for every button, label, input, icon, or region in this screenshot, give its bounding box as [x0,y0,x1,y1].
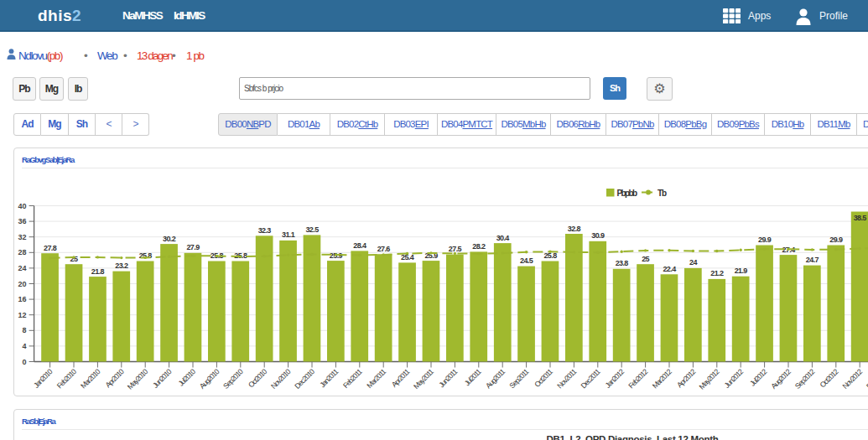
svg-text:30.4: 30.4 [496,234,510,242]
svg-text:Sep2012: Sep2012 [793,367,817,391]
svg-text:May2010: May2010 [126,367,149,391]
svg-text:Mar2012: Mar2012 [651,367,673,390]
svg-text:21.9: 21.9 [735,267,748,275]
svg-text:Apr2010: Apr2010 [104,367,126,389]
svg-text:Oct2012: Oct2012 [819,367,840,389]
svg-text:Jan2011: Jan2011 [318,367,340,389]
svg-text:0: 0 [23,358,27,366]
svg-text:Dec2010: Dec2010 [293,367,316,391]
svg-text:32.5: 32.5 [305,225,319,234]
svg-text:28.4: 28.4 [353,241,366,250]
svg-text:Aug2010: Aug2010 [198,367,221,391]
svg-text:27.8: 27.8 [44,244,57,252]
svg-text:23.2: 23.2 [115,261,128,270]
svg-text:Sep2010: Sep2010 [221,367,245,391]
svg-text:28.2: 28.2 [472,242,486,251]
svg-text:Aug2011: Aug2011 [484,367,507,390]
svg-text:Apr2012: Apr2012 [675,367,697,389]
svg-text:12: 12 [18,311,27,319]
svg-text:22.4: 22.4 [663,265,676,273]
svg-text:Pbpbb: Pbpbb [617,189,638,198]
svg-text:Jun2010: Jun2010 [151,367,174,390]
svg-text:16: 16 [18,295,27,303]
svg-text:40: 40 [18,202,27,210]
svg-text:24.5: 24.5 [520,256,533,265]
svg-text:27.5: 27.5 [449,245,462,253]
svg-text:4: 4 [23,342,27,350]
svg-text:Tb: Tb [657,189,667,198]
svg-text:32: 32 [18,233,27,241]
svg-text:Oct2011: Oct2011 [533,367,554,389]
svg-text:21.8: 21.8 [91,267,105,276]
svg-text:Apr2011: Apr2011 [390,367,412,389]
svg-text:8: 8 [23,326,27,334]
svg-text:Nov2012: Nov2012 [841,367,865,391]
svg-text:Oct2010: Oct2010 [247,367,268,389]
svg-text:Feb2010: Feb2010 [55,367,78,390]
svg-text:32.3: 32.3 [258,226,272,235]
svg-text:Feb2012: Feb2012 [626,367,649,390]
svg-text:36: 36 [18,217,27,225]
svg-text:29.9: 29.9 [758,236,772,244]
svg-text:25: 25 [642,255,649,263]
svg-text:28: 28 [18,248,27,256]
svg-text:24: 24 [18,264,27,272]
svg-text:Nov2011: Nov2011 [555,367,578,390]
svg-text:Jan2010: Jan2010 [32,367,55,390]
svg-text:27.6: 27.6 [377,245,391,253]
svg-text:Jul2010: Jul2010 [176,367,197,388]
svg-text:23.8: 23.8 [616,259,629,267]
svg-text:30.2: 30.2 [163,235,176,243]
svg-text:32.8: 32.8 [568,225,581,233]
svg-text:Sep2011: Sep2011 [507,367,530,390]
svg-text:24.7: 24.7 [806,256,819,264]
svg-text:Dec2011: Dec2011 [580,367,602,390]
svg-text:20: 20 [18,280,27,288]
svg-text:Jul2012: Jul2012 [748,367,769,388]
svg-text:May2012: May2012 [697,367,720,391]
svg-text:Jun2012: Jun2012 [723,367,746,390]
svg-text:Feb2011: Feb2011 [341,367,364,390]
svg-text:38.5: 38.5 [854,214,867,222]
svg-text:Dec2012: Dec2012 [865,367,868,391]
svg-text:Jan2012: Jan2012 [604,367,626,390]
svg-text:Mar2010: Mar2010 [79,367,101,390]
svg-text:Jul2011: Jul2011 [463,367,483,387]
svg-text:27.9: 27.9 [186,243,200,251]
svg-text:Mar2011: Mar2011 [365,367,387,390]
svg-text:May2011: May2011 [412,367,435,391]
svg-text:Aug2012: Aug2012 [769,367,793,391]
svg-text:30.9: 30.9 [591,231,605,240]
svg-text:24: 24 [689,258,697,267]
svg-text:31.1: 31.1 [282,230,295,239]
svg-text:Jun2011: Jun2011 [437,367,459,389]
svg-text:Nov2010: Nov2010 [269,367,293,391]
svg-text:29.9: 29.9 [829,236,843,244]
svg-text:21.2: 21.2 [710,269,724,277]
